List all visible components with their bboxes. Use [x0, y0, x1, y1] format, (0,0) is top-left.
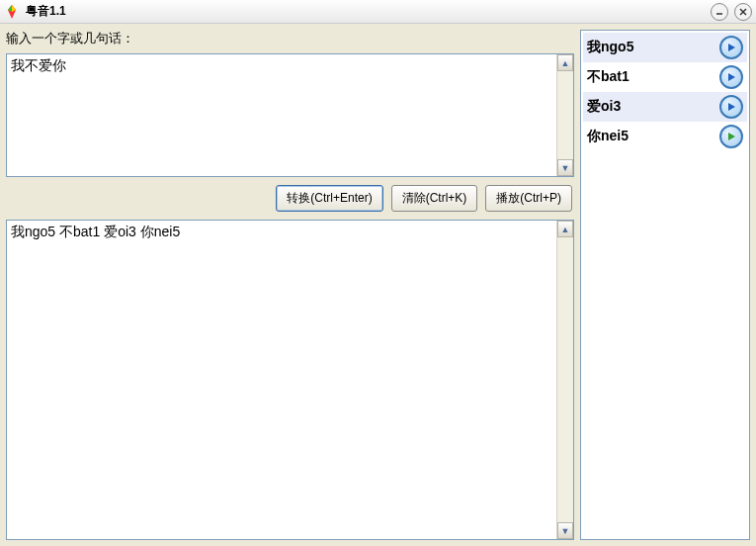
- window-title: 粤音1.1: [26, 3, 66, 20]
- titlebar: 粤音1.1: [0, 0, 756, 24]
- scroll-down-icon[interactable]: ▼: [557, 522, 573, 539]
- convert-button[interactable]: 转换(Ctrl+Enter): [276, 185, 382, 212]
- play-audio-button[interactable]: [719, 125, 743, 148]
- result-text: 我ngo5: [587, 39, 633, 56]
- result-row: 不bat1: [583, 62, 747, 92]
- scroll-up-icon[interactable]: ▲: [557, 221, 573, 237]
- result-row: 爱oi3: [583, 92, 747, 122]
- left-panel: 输入一个字或几句话： ▲ ▼ 转换(Ctrl+Enter) 清除(Ctrl+K)…: [6, 30, 574, 540]
- input-scrollbar[interactable]: ▲ ▼: [556, 54, 573, 176]
- minimize-button[interactable]: [711, 3, 728, 21]
- result-text: 爱oi3: [587, 98, 621, 116]
- result-text: 你nei5: [587, 128, 629, 145]
- input-textarea-wrap: ▲ ▼: [6, 53, 574, 177]
- main-content: 输入一个字或几句话： ▲ ▼ 转换(Ctrl+Enter) 清除(Ctrl+K)…: [0, 24, 756, 546]
- play-button[interactable]: 播放(Ctrl+P): [485, 185, 572, 212]
- scroll-down-icon[interactable]: ▼: [557, 159, 573, 176]
- result-row: 我ngo5: [583, 33, 747, 62]
- svg-marker-3: [728, 44, 735, 51]
- play-audio-button[interactable]: [719, 95, 743, 119]
- clear-button[interactable]: 清除(Ctrl+K): [391, 185, 478, 212]
- input-textarea[interactable]: [7, 54, 556, 176]
- app-icon: [4, 4, 20, 20]
- output-textarea[interactable]: [7, 221, 556, 539]
- play-audio-button[interactable]: [719, 65, 743, 89]
- output-textarea-wrap: ▲ ▼: [6, 220, 574, 540]
- svg-marker-6: [728, 133, 735, 140]
- svg-marker-5: [728, 103, 735, 111]
- result-row: 你nei5: [583, 122, 747, 151]
- play-audio-button[interactable]: [719, 36, 743, 59]
- result-text: 不bat1: [587, 68, 630, 86]
- close-button[interactable]: [734, 3, 752, 21]
- input-label: 输入一个字或几句话：: [6, 30, 574, 47]
- button-row: 转换(Ctrl+Enter) 清除(Ctrl+K) 播放(Ctrl+P): [6, 181, 574, 216]
- svg-marker-4: [728, 73, 735, 81]
- results-panel: 我ngo5不bat1爱oi3你nei5: [580, 30, 750, 540]
- scroll-up-icon[interactable]: ▲: [557, 54, 573, 71]
- output-scrollbar[interactable]: ▲ ▼: [556, 221, 573, 539]
